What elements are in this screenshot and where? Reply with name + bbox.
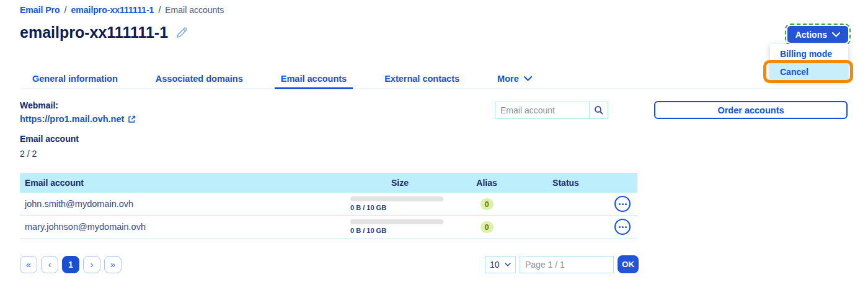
chevron-down-icon xyxy=(524,76,532,81)
breadcrumb-current: Email accounts xyxy=(165,5,224,15)
edit-pencil-icon[interactable] xyxy=(175,27,188,39)
menu-item-billing-mode[interactable]: Billing mode xyxy=(770,45,848,63)
pagination: « ‹ 1 › » xyxy=(20,256,122,273)
search-input[interactable] xyxy=(495,102,589,119)
tab-label: Associated domains xyxy=(156,74,243,84)
actions-button-label: Actions xyxy=(795,30,827,40)
order-accounts-button[interactable]: Order accounts xyxy=(654,101,848,119)
tab-label: External contacts xyxy=(384,74,459,84)
search-icon xyxy=(594,105,604,115)
usage-progress-bar xyxy=(350,219,443,224)
tab-label: General information xyxy=(32,74,118,84)
title-row: emailpro-xx111111-1 xyxy=(20,24,188,42)
tab-external-contacts[interactable]: External contacts xyxy=(378,68,466,89)
breadcrumb-service[interactable]: emailpro-xx111111-1 xyxy=(71,5,154,15)
webmail-label: Webmail: xyxy=(20,100,136,112)
tab-label: More xyxy=(497,74,519,84)
size-cell: 0 B / 10 GB xyxy=(350,196,450,211)
pagination-next-button[interactable]: › xyxy=(83,256,100,273)
webmail-link[interactable]: https://pro1.mail.ovh.net xyxy=(20,114,124,124)
email-address: mary.johnson@mydomain.ovh xyxy=(20,222,350,232)
actions-menu: Billing mode Cancel xyxy=(770,44,848,81)
breadcrumb-email-pro[interactable]: Email Pro xyxy=(20,5,60,15)
pagination-ok-button[interactable]: OK xyxy=(618,255,639,273)
actions-button[interactable]: Actions xyxy=(787,26,848,43)
alias-count-badge: 0 xyxy=(480,221,494,233)
column-header-email: Email account xyxy=(20,178,350,188)
usage-label: 0 B / 10 GB xyxy=(350,204,386,211)
email-account-count: 2 / 2 xyxy=(20,149,136,159)
tab-more[interactable]: More xyxy=(491,68,538,89)
column-header-size: Size xyxy=(350,178,450,188)
pagination-page-1-button[interactable]: 1 xyxy=(62,256,79,273)
row-actions-ellipsis-button[interactable] xyxy=(614,196,631,212)
page-size-value: 10 xyxy=(490,260,500,270)
alias-cell: 0 xyxy=(450,198,524,210)
external-link-icon xyxy=(128,115,136,123)
column-header-status: Status xyxy=(524,178,608,188)
page-title: emailpro-xx111111-1 xyxy=(20,24,168,42)
table-header-row: Email account Size Alias Status xyxy=(20,173,637,193)
breadcrumb-separator: / xyxy=(158,5,161,15)
usage-progress-bar xyxy=(350,196,443,201)
row-actions-cell xyxy=(608,219,637,235)
size-cell: 0 B / 10 GB xyxy=(350,219,450,234)
tab-label: Email accounts xyxy=(281,74,347,84)
tab-associated-domains[interactable]: Associated domains xyxy=(149,68,249,89)
chevron-down-icon xyxy=(505,263,511,266)
tab-bar: General information Associated domains E… xyxy=(20,68,848,89)
pagination-prev-button[interactable]: ‹ xyxy=(41,256,58,273)
breadcrumb-separator: / xyxy=(64,5,67,15)
email-accounts-table: Email account Size Alias Status john.smi… xyxy=(20,173,637,239)
row-actions-cell xyxy=(608,196,637,212)
page-controls: 10 OK xyxy=(485,255,639,273)
page-number-input[interactable] xyxy=(520,256,614,273)
row-actions-ellipsis-button[interactable] xyxy=(614,219,631,235)
chevron-down-icon xyxy=(832,32,840,37)
usage-label: 0 B / 10 GB xyxy=(350,227,386,234)
table-row: john.smith@mydomain.ovh 0 B / 10 GB 0 xyxy=(20,193,637,216)
pagination-last-button[interactable]: » xyxy=(104,256,122,273)
alias-cell: 0 xyxy=(450,221,524,233)
table-row: mary.johnson@mydomain.ovh 0 B / 10 GB 0 xyxy=(20,216,637,239)
email-pro-page: Email Pro / emailpro-xx111111-1 / Email … xyxy=(0,0,868,290)
search-button[interactable] xyxy=(589,102,608,119)
alias-count-badge: 0 xyxy=(480,198,494,210)
email-account-label: Email account xyxy=(20,133,136,145)
search-group xyxy=(495,102,608,119)
service-info: Webmail: https://pro1.mail.ovh.net Email… xyxy=(20,100,136,159)
tab-email-accounts[interactable]: Email accounts xyxy=(275,68,353,89)
breadcrumb: Email Pro / emailpro-xx111111-1 / Email … xyxy=(20,5,224,15)
email-address: john.smith@mydomain.ovh xyxy=(20,199,350,209)
tab-general-information[interactable]: General information xyxy=(26,68,124,89)
page-size-select[interactable]: 10 xyxy=(485,256,516,273)
menu-item-cancel[interactable]: Cancel xyxy=(770,63,848,81)
webmail-link-row: https://pro1.mail.ovh.net xyxy=(20,114,136,124)
pagination-first-button[interactable]: « xyxy=(20,256,37,273)
column-header-alias: Alias xyxy=(450,178,524,188)
